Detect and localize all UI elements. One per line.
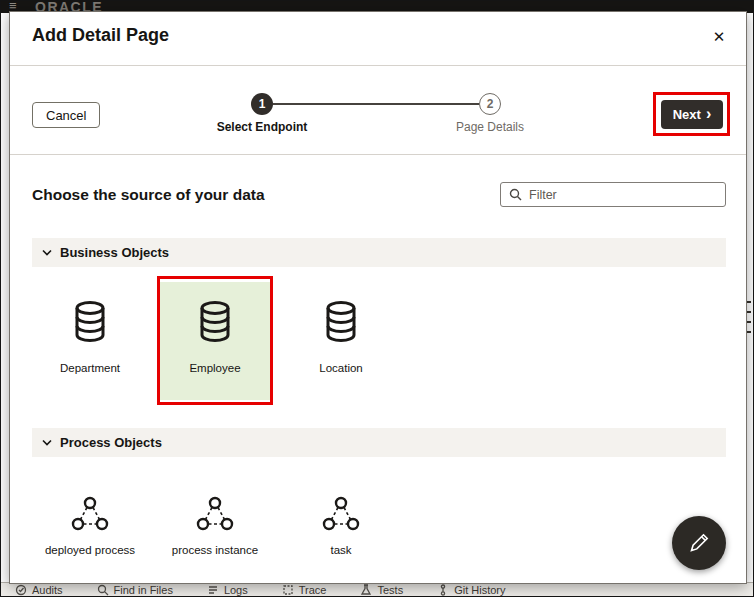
stepper-connector [273,103,479,105]
close-icon[interactable]: ✕ [706,24,732,50]
tile-label: Department [35,362,145,374]
step-2-label: Page Details [420,120,560,134]
next-button[interactable]: Next › [661,100,723,129]
step-1-label: Select Endpoint [192,120,332,134]
edit-fab-button[interactable] [672,516,726,570]
tile-label: Employee [160,362,270,374]
footer-tab-label: Tests [377,584,403,596]
footer-tab-label: Git History [454,584,505,596]
section-title: Business Objects [60,245,169,260]
git-history-icon [437,584,449,596]
next-button-label: Next [673,107,701,122]
footer-tab-find-in-files[interactable]: Find in Files [97,584,173,596]
tile-department[interactable]: Department [35,282,145,400]
tile-process-instance[interactable]: process instance [160,478,270,578]
section-business-objects[interactable]: Business Objects [32,238,726,267]
chevron-down-icon [42,439,52,446]
section-title: Process Objects [60,435,162,450]
database-icon [35,300,145,344]
footer-tab-trace[interactable]: Trace [282,584,327,596]
footer-tab-label: Trace [299,584,327,596]
cancel-button[interactable]: Cancel [32,102,100,128]
process-icon [286,494,396,534]
footer-tab-git-history[interactable]: Git History [437,584,505,596]
database-icon [286,300,396,344]
section-process-objects[interactable]: Process Objects [32,428,726,457]
audits-icon [15,584,27,596]
tile-label: deployed process [35,544,145,556]
source-heading: Choose the source of your data [32,186,265,204]
database-icon [160,300,270,344]
footer-tab-logs[interactable]: Logs [207,584,248,596]
tile-location[interactable]: Location [286,282,396,400]
tile-label: task [286,544,396,556]
search-icon [509,188,522,201]
tile-deployed-process[interactable]: deployed process [35,478,145,578]
logs-icon [207,584,219,596]
footer-tab-label: Audits [32,584,63,596]
dialog-title: Add Detail Page [32,25,169,46]
footer-tab-label: Find in Files [114,584,173,596]
process-icon [160,494,270,534]
step-2-indicator[interactable]: 2 [479,93,501,115]
tile-label: Location [286,362,396,374]
chevron-down-icon [42,249,52,256]
footer-tab-tests[interactable]: Tests [360,584,403,596]
header-divider [10,65,746,66]
step-1-indicator[interactable]: 1 [251,93,273,115]
chevron-right-icon: › [706,106,711,122]
footer-tab-audits[interactable]: Audits [15,584,63,596]
tile-employee[interactable]: Employee [160,282,270,400]
filter-input[interactable] [529,188,717,202]
footer-tab-bar: Audits Find in Files Logs Trace Tests Gi… [1,582,753,596]
footer-tab-label: Logs [224,584,248,596]
tests-icon [360,584,372,596]
trace-icon [282,584,294,596]
process-icon [35,494,145,534]
filter-field [500,182,726,207]
stepper-divider [10,154,746,155]
pencil-icon [687,531,711,555]
add-detail-page-dialog: Add Detail Page ✕ Cancel 1 2 Select Endp… [9,11,747,584]
screen: ≡ ORACLE Audits Find in Files Logs Trace… [0,0,754,597]
find-in-files-icon [97,584,109,596]
tile-task[interactable]: task [286,478,396,578]
tile-label: process instance [160,544,270,556]
